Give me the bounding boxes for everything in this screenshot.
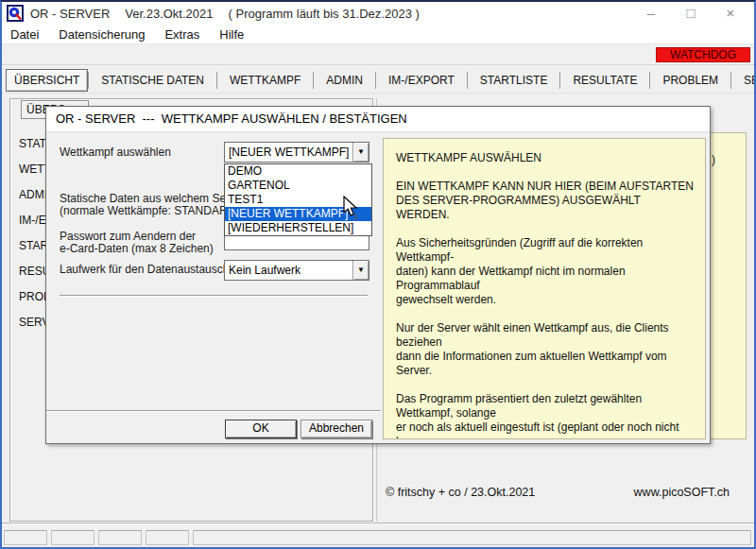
wettkampf-combobox-value: [NEUER WETTKAMPF] [229,143,352,162]
bg-label-im-export: IM-/EX [19,214,46,226]
form-separator [60,295,368,297]
window-runtime-note: ( Programm läuft bis 31.Dez.2023 ) [229,7,420,21]
tab-wettkampf[interactable]: WETTKAMPF [217,74,313,87]
tab-service[interactable]: SERVICE [731,74,756,87]
watchdog-badge: WATCHDOG [656,47,750,62]
toolbar: WATCHDOG [2,43,754,65]
tab-uebersicht[interactable]: ÜBERSICHT [6,69,88,92]
menu-bar: Datei Datensicherung Extras Hilfe [2,25,754,43]
app-logo-icon [7,5,24,22]
minimize-button[interactable]: – [635,2,667,25]
dropdown-arrow-icon[interactable]: ▼ [352,261,369,280]
status-cell [4,530,47,545]
title-bar: OR - SERVER Ver.23.Okt.2021 ( Programm l… [2,2,754,25]
tab-statische-daten[interactable]: STATISCHE DATEN [89,74,216,87]
cancel-button[interactable]: Abbrechen [301,420,372,438]
status-cell [193,530,751,545]
menu-hilfe[interactable]: Hilfe [219,27,244,42]
help-title: WETTKAMPF AUSWÄHLEN [396,151,696,165]
button-row-separator [46,410,381,412]
close-button[interactable]: × [714,2,747,25]
menu-datei[interactable]: Datei [10,27,39,42]
statische-daten-label: Statische Daten aus welchem Set (normale… [60,193,239,217]
dropdown-option-wiederherstellen[interactable]: [WIEDERHERSTELLEN] [225,221,371,235]
background-clipped-text: ) [712,153,715,166]
tab-problem[interactable]: PROBLEM [650,74,730,87]
bg-label-problem: PROBL [19,290,46,302]
bg-label-admin: ADMIN [19,188,46,200]
tab-resultate[interactable]: RESULTATE [560,74,649,87]
mouse-cursor [342,196,361,222]
laufwerk-combobox-value: Kein Laufwerk [229,261,352,280]
menu-extras[interactable]: Extras [164,27,199,42]
status-cell [146,530,189,545]
maximize-button[interactable]: □ [675,2,707,25]
bg-label-startliste: START [19,239,46,251]
wettkampf-combobox[interactable]: [NEUER WETTKAMPF] ▼ [224,142,369,163]
bottom-separator [2,523,754,524]
help-panel: WETTKAMPF AUSWÄHLEN EIN WETTKAMPF KANN N… [383,138,706,439]
laufwerk-combobox[interactable]: Kein Laufwerk ▼ [224,260,369,281]
dialog-title: OR - SERVER --- WETTKAMPF AUSWÄHLEN / BE… [46,107,710,132]
dropdown-option-demo[interactable]: DEMO [225,164,371,179]
bg-label-resultate: RESUL [19,265,46,277]
ok-button[interactable]: OK [225,420,297,438]
laufwerk-label: Laufwerk für den Datenaustausch [60,264,229,276]
status-cell [98,530,142,545]
window-title: OR - SERVER [30,7,110,21]
help-paragraph: Das Programm präsentiert den zuletzt gew… [396,392,696,439]
wettkampf-dialog: OR - SERVER --- WETTKAMPF AUSWÄHLEN / BE… [45,106,711,444]
tab-im-export[interactable]: IM-/EXPORT [376,74,467,87]
menu-datensicherung[interactable]: Datensicherung [59,27,145,42]
status-cell [51,530,94,545]
help-paragraph: Aus Sicherheitsgründen (Zugriff auf die … [396,236,696,307]
help-paragraph: Nur der Server wählt einen Wettkampf aus… [396,321,696,378]
dialog-body: Wettkampf auswählen [NEUER WETTKAMPF] ▼ … [46,132,710,443]
tab-startliste[interactable]: STARTLISTE [468,74,560,87]
wettkampf-auswaehlen-label: Wettkampf auswählen [60,146,171,159]
dropdown-option-gartenol[interactable]: GARTENOL [225,179,371,193]
footer-copyright: © fritschy + co / 23.Okt.2021 [386,486,535,499]
app-window: OR - SERVER Ver.23.Okt.2021 ( Programm l… [0,0,756,549]
bg-label-statische: STATIS [19,137,46,149]
window-version: Ver.23.Okt.2021 [125,7,213,21]
passwort-label: Passwort zum Aendern der e-Card-Daten (m… [60,231,214,255]
bg-label-wettkampf: WETT [19,163,46,175]
tab-admin[interactable]: ADMIN [314,74,375,87]
status-bar [2,527,754,547]
tab-bar: ÜBERSICHT STATISCHE DATEN WETTKAMPF ADMI… [2,68,754,94]
footer-website: www.picoSOFT.ch [634,486,730,499]
dropdown-arrow-icon[interactable]: ▼ [352,143,369,162]
help-paragraph: EIN WETTKAMPF KANN NUR HIER (BEIM AUFSTA… [396,180,696,222]
bg-label-service: SERVI [19,316,46,328]
